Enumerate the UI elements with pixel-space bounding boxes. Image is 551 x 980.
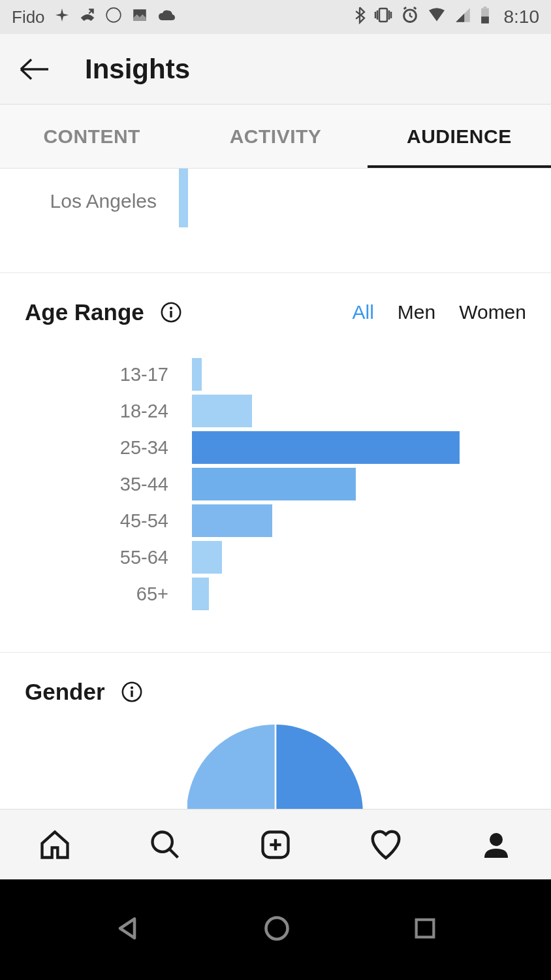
location-label: Los Angeles [0, 190, 170, 212]
svg-point-15 [130, 687, 133, 689]
location-bar [179, 175, 188, 227]
alarm-icon [401, 6, 419, 29]
age-label: 35-44 [25, 474, 192, 495]
android-back-icon[interactable] [113, 914, 142, 945]
info-icon[interactable] [121, 681, 143, 703]
age-range-section: Age Range All Men Women 13-17 18-24 25-3… [0, 273, 551, 653]
age-range-title: Age Range [25, 299, 144, 325]
svg-rect-26 [417, 920, 434, 938]
filter-men[interactable]: Men [398, 301, 435, 323]
age-label: 45-54 [25, 510, 192, 532]
android-home-icon[interactable] [262, 914, 291, 945]
location-section: Los Angeles [0, 169, 551, 273]
svg-rect-10 [481, 16, 489, 24]
age-label: 65+ [25, 583, 192, 605]
gender-pie-chart [25, 725, 526, 823]
svg-point-24 [490, 833, 503, 846]
age-chart: 13-17 18-24 25-34 35-44 45-54 55-64 [25, 357, 526, 612]
add-post-icon[interactable] [256, 825, 295, 864]
svg-point-19 [153, 832, 172, 851]
tabs: CONTENT ACTIVITY AUDIENCE [0, 105, 551, 169]
age-label: 18-24 [25, 400, 192, 422]
app-bottom-nav [0, 809, 551, 879]
svg-rect-2 [379, 8, 387, 22]
cloud-icon [157, 7, 176, 27]
home-icon[interactable] [35, 825, 74, 864]
age-row: 35-44 [25, 466, 526, 502]
svg-rect-9 [483, 7, 486, 8]
header: Insights [0, 34, 551, 105]
svg-line-20 [170, 849, 178, 857]
content-area: Los Angeles Age Range All Men Women 13-1… [0, 169, 551, 823]
search-icon[interactable] [146, 825, 185, 864]
location-row: Los Angeles [0, 175, 551, 227]
wifi-icon [427, 7, 447, 27]
age-bar [192, 468, 356, 500]
age-row: 55-64 [25, 540, 526, 575]
svg-point-25 [266, 918, 287, 939]
age-row: 65+ [25, 576, 526, 612]
age-bar [192, 358, 202, 391]
image-icon [131, 7, 148, 28]
pinwheel-icon [54, 7, 70, 27]
carrier-label: Fido [12, 7, 45, 27]
age-bar [192, 504, 272, 537]
back-button[interactable] [16, 51, 52, 88]
filter-all[interactable]: All [352, 301, 373, 323]
age-label: 55-64 [25, 547, 192, 568]
age-row: 18-24 [25, 393, 526, 429]
age-bar [192, 395, 252, 427]
age-row: 13-17 [25, 357, 526, 392]
age-bar [192, 431, 460, 464]
age-row: 25-34 [25, 430, 526, 465]
bluetooth-icon [354, 6, 366, 29]
android-nav-bar [0, 879, 551, 980]
age-label: 13-17 [25, 364, 192, 385]
android-recent-icon[interactable] [412, 915, 438, 944]
svg-rect-13 [170, 311, 172, 318]
filter-women[interactable]: Women [459, 301, 526, 323]
page-title: Insights [85, 54, 190, 85]
status-bar: Fido [0, 0, 551, 34]
vibrate-icon [373, 7, 393, 28]
moon-icon [105, 7, 122, 28]
signal-icon [454, 7, 471, 28]
age-bar [192, 541, 222, 574]
age-label: 25-34 [25, 437, 192, 459]
gender-section: Gender [0, 653, 551, 823]
age-bar [192, 578, 209, 610]
gender-title: Gender [25, 679, 105, 705]
tab-activity[interactable]: ACTIVITY [183, 105, 367, 168]
svg-point-0 [106, 8, 121, 22]
profile-icon[interactable] [477, 825, 516, 864]
svg-point-12 [170, 307, 172, 310]
svg-rect-16 [131, 691, 133, 697]
age-row: 45-54 [25, 503, 526, 538]
battery-icon [479, 6, 491, 29]
tab-content[interactable]: CONTENT [0, 105, 183, 168]
heart-icon[interactable] [366, 825, 405, 864]
time-label: 8:10 [504, 7, 540, 27]
missed-call-icon [79, 7, 96, 28]
info-icon[interactable] [160, 301, 182, 323]
location-bar-prev [179, 169, 188, 175]
tab-audience[interactable]: AUDIENCE [368, 105, 551, 168]
